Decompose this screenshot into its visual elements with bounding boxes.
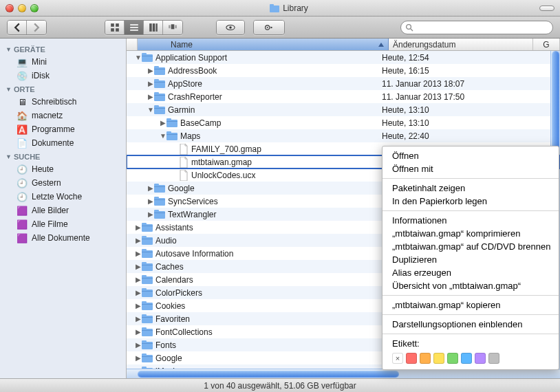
close-icon[interactable] (6, 4, 14, 12)
svg-rect-38 (166, 121, 177, 122)
label-color[interactable] (488, 353, 499, 364)
disclosure-icon[interactable]: ▶ (147, 80, 154, 87)
table-row[interactable]: ▶AddressBookHeute, 16:15 (127, 64, 560, 77)
svg-rect-62 (142, 265, 153, 265)
action-button[interactable] (254, 21, 284, 34)
file-date: Heute, 13:10 (376, 118, 521, 128)
view-icons[interactable] (105, 21, 125, 34)
disclosure-icon[interactable]: ▶ (147, 210, 154, 218)
view-coverflow[interactable] (163, 21, 182, 34)
column-name[interactable]: Name (138, 39, 389, 50)
toolbar (0, 17, 560, 39)
disclosure-icon[interactable]: ▶ (135, 328, 142, 336)
disclosure-icon[interactable]: ▶ (160, 119, 166, 127)
sidebar-item[interactable]: 📄Dokumente (0, 136, 126, 150)
hscroll-thumb[interactable] (138, 371, 399, 378)
label-color[interactable] (461, 353, 472, 364)
disclosure-icon[interactable]: ▼ (160, 132, 166, 140)
disclosure-icon[interactable]: ▶ (135, 224, 142, 231)
disclosure-icon[interactable]: ▶ (135, 237, 142, 244)
file-date: Heute, 16:15 (376, 66, 521, 76)
sidebar-item[interactable]: 💿iDisk (0, 69, 126, 83)
sidebar-item[interactable]: 🕘Heute (0, 162, 126, 176)
table-row[interactable]: ▶AppStore11. Januar 2013 18:07 (127, 77, 560, 90)
disclosure-icon[interactable]: ▼ (147, 106, 154, 113)
disclosure-icon[interactable]: ▼ (135, 54, 142, 61)
disclosure-icon[interactable]: ▶ (147, 184, 154, 192)
view-list[interactable] (125, 21, 144, 34)
column-date[interactable]: Änderungsdatum (389, 39, 533, 50)
menu-compress[interactable]: „mtbtaiwan.gmap“ komprimieren (383, 227, 559, 240)
quicklook-button[interactable] (217, 21, 244, 34)
menu-view-options[interactable]: Darstellungsoptionen einblenden (383, 318, 559, 331)
menu-info[interactable]: Informationen (383, 214, 559, 227)
menu-quicklook[interactable]: Übersicht von „mtbtaiwan.gmap“ (383, 279, 559, 292)
sidebar-item[interactable]: 🟪Alle Bilder (0, 204, 126, 217)
disclosure-icon[interactable]: ▶ (135, 263, 142, 270)
column-g[interactable]: G (533, 39, 560, 50)
document-icon (179, 144, 189, 155)
folder-icon (142, 53, 153, 62)
menu-duplicate[interactable]: Duplizieren (383, 253, 559, 266)
disclosure-icon[interactable]: ▶ (135, 354, 142, 362)
label-color[interactable] (406, 353, 417, 364)
horizontal-scrollbar[interactable] (127, 369, 560, 378)
sidebar-item[interactable]: 🕘Gestern (0, 176, 126, 190)
menu-show-package[interactable]: Paketinhalt zeigen (383, 182, 559, 195)
sidebar-item[interactable]: 🅰️Programme (0, 122, 126, 136)
disclosure-icon[interactable]: ▶ (147, 67, 154, 74)
disclosure-icon[interactable]: ▶ (135, 302, 142, 309)
label-color[interactable] (420, 353, 431, 364)
sidebar-item[interactable]: 🏠macnetz (0, 109, 126, 122)
view-columns[interactable] (144, 21, 163, 34)
disclosure-icon[interactable]: ▶ (135, 289, 142, 296)
svg-rect-34 (154, 105, 159, 108)
back-button[interactable] (8, 21, 27, 34)
sidebar-header[interactable]: ▼SUCHE (0, 150, 126, 162)
table-row[interactable]: ▶CrashReporter11. Januar 2013 17:50 (127, 90, 560, 103)
svg-point-18 (267, 27, 268, 28)
table-row[interactable]: ▼GarminHeute, 13:10 (127, 103, 560, 116)
disclosure-icon[interactable]: ▶ (147, 197, 154, 205)
document-icon (179, 170, 189, 181)
file-name: Maps (180, 131, 200, 141)
disclosure-icon[interactable]: ▶ (135, 315, 142, 323)
minimize-icon[interactable] (18, 4, 26, 12)
folder-icon (270, 4, 279, 12)
menu-alias[interactable]: Alias erzeugen (383, 266, 559, 279)
zoom-icon[interactable] (30, 4, 39, 12)
menu-copy[interactable]: „mtbtaiwan.gmap“ kopieren (383, 298, 559, 312)
label-color[interactable] (433, 353, 444, 364)
sidebar-item[interactable]: 🟪Alle Filme (0, 217, 126, 231)
table-row[interactable]: ▼MapsHeute, 22:40 (127, 129, 560, 142)
folder-icon (142, 314, 153, 323)
sidebar-item[interactable]: 💻Mini (0, 55, 126, 69)
svg-rect-29 (154, 82, 165, 83)
menu-burn[interactable]: „mtbtaiwan.gmap“ auf CD/DVD brennen (383, 240, 559, 253)
menu-trash[interactable]: In den Papierkorb legen (383, 195, 559, 208)
disclosure-icon[interactable]: ▶ (135, 250, 142, 257)
menu-open-with[interactable]: Öffnen mit (383, 162, 559, 175)
sidebar-item[interactable]: 🕘Letzte Woche (0, 190, 126, 204)
forward-button[interactable] (27, 21, 46, 34)
sidebar-item[interactable]: 🟪Alle Dokumente (0, 231, 126, 245)
sidebar-item[interactable]: 🖥Schreibtisch (0, 95, 126, 109)
window-controls (6, 4, 39, 12)
label-color[interactable] (447, 353, 458, 364)
label-none[interactable]: × (392, 353, 403, 364)
disclosure-icon[interactable]: ▶ (135, 276, 142, 283)
disclosure-icon[interactable]: ▶ (147, 93, 154, 100)
label-color[interactable] (475, 353, 486, 364)
sidebar-item-icon: 🖥 (17, 96, 28, 107)
vscroll-thumb[interactable] (552, 51, 559, 154)
toolbar-toggle[interactable] (539, 6, 554, 11)
table-row[interactable]: ▼Application SupportHeute, 12:54 (127, 51, 560, 64)
disclosure-icon[interactable]: ▶ (135, 341, 142, 349)
search-icon (405, 23, 413, 32)
search-input[interactable] (413, 23, 548, 32)
sidebar-header[interactable]: ▼ORTE (0, 83, 126, 95)
search-field[interactable] (400, 21, 553, 34)
menu-open[interactable]: Öffnen (383, 149, 559, 162)
table-row[interactable]: ▶BaseCampHeute, 13:10 (127, 116, 560, 129)
sidebar-header[interactable]: ▼GERÄTE (0, 43, 126, 55)
